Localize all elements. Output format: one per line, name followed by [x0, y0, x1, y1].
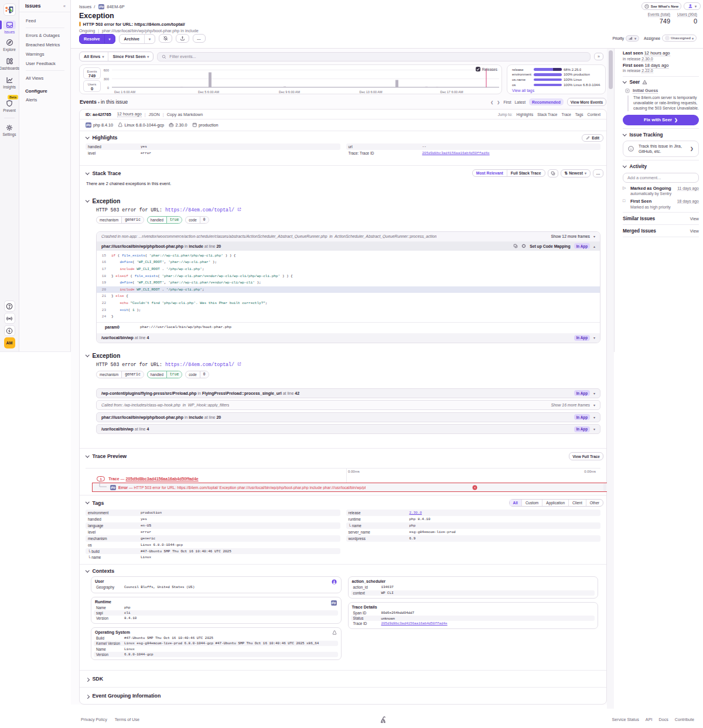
svg-text:300: 300: [104, 77, 109, 81]
svg-text:Dec 13 6:00 AM: Dec 13 6:00 AM: [359, 90, 383, 94]
svg-text:Dec 17 6:00 AM: Dec 17 6:00 AM: [440, 90, 463, 94]
svg-text:0: 0: [107, 86, 109, 90]
svg-text:Dec 5 6:00 AM: Dec 5 6:00 AM: [198, 90, 219, 94]
svg-text:Dec 1 6:00 AM: Dec 1 6:00 AM: [114, 90, 135, 94]
svg-text:600: 600: [104, 69, 109, 72]
svg-text:Dec 9 6:00 AM: Dec 9 6:00 AM: [279, 90, 300, 94]
